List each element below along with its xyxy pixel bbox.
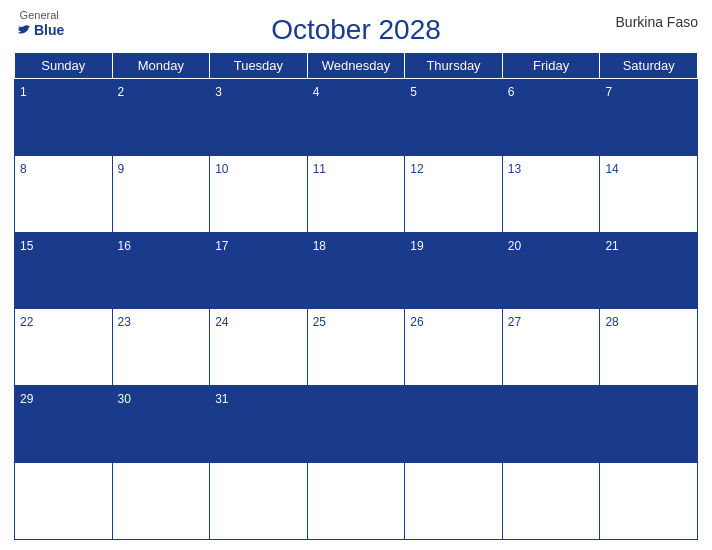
col-monday: Monday (112, 53, 210, 79)
day-number: 28 (605, 315, 618, 329)
col-tuesday: Tuesday (210, 53, 308, 79)
country-label: Burkina Faso (616, 14, 698, 30)
day-number: 30 (118, 392, 131, 406)
calendar-day-cell (600, 386, 698, 463)
calendar-day-cell: 30 (112, 386, 210, 463)
calendar-day-cell (502, 463, 600, 540)
calendar-day-cell: 5 (405, 79, 503, 156)
days-of-week-row: Sunday Monday Tuesday Wednesday Thursday… (15, 53, 698, 79)
col-sunday: Sunday (15, 53, 113, 79)
calendar-day-cell: 27 (502, 309, 600, 386)
calendar-week-row: 22232425262728 (15, 309, 698, 386)
day-number: 13 (508, 162, 521, 176)
calendar-day-cell (112, 463, 210, 540)
calendar-week-row: 15161718192021 (15, 232, 698, 309)
day-number: 3 (215, 85, 222, 99)
calendar-day-cell: 10 (210, 155, 308, 232)
calendar-header: General Blue October 2028 Burkina Faso (14, 10, 698, 46)
day-number: 20 (508, 239, 521, 253)
calendar-day-cell: 19 (405, 232, 503, 309)
calendar-day-cell: 15 (15, 232, 113, 309)
calendar-day-cell: 28 (600, 309, 698, 386)
logo-blue-text: Blue (14, 21, 64, 39)
day-number: 19 (410, 239, 423, 253)
calendar-day-cell: 16 (112, 232, 210, 309)
calendar-day-cell: 9 (112, 155, 210, 232)
calendar-day-cell: 17 (210, 232, 308, 309)
calendar-day-cell: 14 (600, 155, 698, 232)
calendar-day-cell: 20 (502, 232, 600, 309)
logo-bird-icon (14, 21, 32, 39)
day-number: 17 (215, 239, 228, 253)
calendar-day-cell: 1 (15, 79, 113, 156)
day-number: 15 (20, 239, 33, 253)
day-number: 23 (118, 315, 131, 329)
calendar-day-cell: 6 (502, 79, 600, 156)
calendar-day-cell: 31 (210, 386, 308, 463)
day-number: 6 (508, 85, 515, 99)
day-number: 31 (215, 392, 228, 406)
day-number: 24 (215, 315, 228, 329)
day-number: 5 (410, 85, 417, 99)
calendar-day-cell: 8 (15, 155, 113, 232)
day-number: 7 (605, 85, 612, 99)
calendar-week-row: 1234567 (15, 79, 698, 156)
calendar-day-cell: 29 (15, 386, 113, 463)
logo-general-text: General (20, 10, 59, 21)
col-friday: Friday (502, 53, 600, 79)
day-number: 4 (313, 85, 320, 99)
calendar-day-cell: 2 (112, 79, 210, 156)
day-number: 26 (410, 315, 423, 329)
calendar-day-cell: 25 (307, 309, 405, 386)
col-wednesday: Wednesday (307, 53, 405, 79)
calendar-day-cell: 23 (112, 309, 210, 386)
day-number: 27 (508, 315, 521, 329)
calendar-day-cell (405, 463, 503, 540)
day-number: 21 (605, 239, 618, 253)
day-number: 11 (313, 162, 326, 176)
month-title: October 2028 (271, 14, 441, 46)
calendar-week-row (15, 463, 698, 540)
calendar-day-cell (307, 463, 405, 540)
calendar-day-cell: 21 (600, 232, 698, 309)
calendar-day-cell (307, 386, 405, 463)
calendar-container: General Blue October 2028 Burkina Faso S… (0, 0, 712, 550)
calendar-day-cell (210, 463, 308, 540)
day-number: 16 (118, 239, 131, 253)
calendar-table: Sunday Monday Tuesday Wednesday Thursday… (14, 52, 698, 540)
day-number: 18 (313, 239, 326, 253)
day-number: 25 (313, 315, 326, 329)
day-number: 29 (20, 392, 33, 406)
calendar-day-cell: 26 (405, 309, 503, 386)
day-number: 9 (118, 162, 125, 176)
col-thursday: Thursday (405, 53, 503, 79)
day-number: 1 (20, 85, 27, 99)
calendar-day-cell: 3 (210, 79, 308, 156)
day-number: 14 (605, 162, 618, 176)
calendar-day-cell: 22 (15, 309, 113, 386)
calendar-day-cell: 13 (502, 155, 600, 232)
calendar-day-cell (600, 463, 698, 540)
calendar-day-cell (502, 386, 600, 463)
calendar-day-cell (15, 463, 113, 540)
day-number: 22 (20, 315, 33, 329)
day-number: 8 (20, 162, 27, 176)
calendar-day-cell: 12 (405, 155, 503, 232)
calendar-day-cell (405, 386, 503, 463)
day-number: 12 (410, 162, 423, 176)
calendar-day-cell: 4 (307, 79, 405, 156)
calendar-day-cell: 7 (600, 79, 698, 156)
day-number: 2 (118, 85, 125, 99)
calendar-day-cell: 18 (307, 232, 405, 309)
day-number: 10 (215, 162, 228, 176)
calendar-week-row: 891011121314 (15, 155, 698, 232)
calendar-day-cell: 24 (210, 309, 308, 386)
calendar-week-row: 293031 (15, 386, 698, 463)
col-saturday: Saturday (600, 53, 698, 79)
logo: General Blue (14, 10, 64, 39)
calendar-day-cell: 11 (307, 155, 405, 232)
